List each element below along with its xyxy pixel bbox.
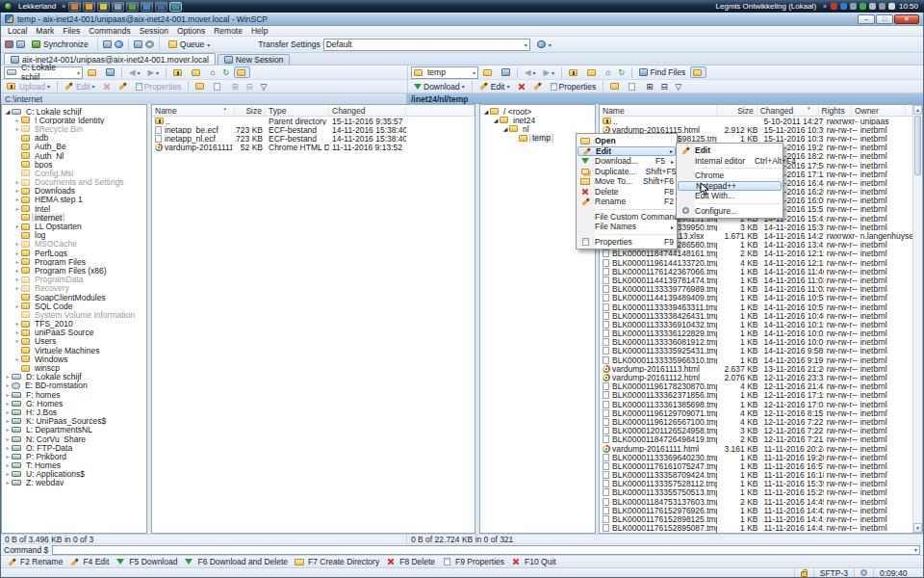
expand-icon[interactable]: ▸ (13, 197, 21, 202)
column-header-name[interactable]: Name (600, 105, 717, 116)
file-row[interactable]: BLK00001133339776989.tmp1 KB14-11-2016 1… (600, 285, 912, 294)
expand-icon[interactable]: ▸ (13, 303, 21, 309)
local-path[interactable]: C:\internet (1, 93, 407, 104)
file-row[interactable]: BLK00001133355750513.tmp1 KB11-11-2016 1… (600, 488, 912, 497)
tree-item-recovery[interactable]: ▸Recovery (2, 284, 146, 293)
tree-item-log[interactable]: log (2, 231, 146, 240)
collapse-icon[interactable]: ◢ (482, 109, 490, 115)
expand-icon[interactable]: ▸ (4, 401, 12, 407)
taskbar-app-icon[interactable] (97, 2, 110, 12)
file-row[interactable]: BLK00001133338426431.tmp1 KB14-11-2016 1… (600, 311, 912, 320)
menubar-commands[interactable]: Commands (85, 26, 134, 36)
menu-item-duplicate[interactable]: Duplicate...Shift+F5 (577, 167, 677, 177)
local-bookmarks-button[interactable] (103, 67, 117, 77)
explorer-icon[interactable] (16, 40, 25, 48)
synchronize-browsing-icon[interactable] (134, 40, 142, 48)
tree-item-g-homes[interactable]: ▸G: Homes (2, 399, 146, 407)
file-row[interactable]: BLK00001144139489409.tmp1 KB14-11-2016 1… (600, 294, 912, 302)
tree-item-soapclientmodules[interactable]: SoapClientModules (2, 293, 146, 302)
download-button[interactable]: Download ▾ (411, 81, 468, 92)
file-row[interactable]: BLK00001176142367066.tmp1 KB14-11-2016 1… (600, 267, 912, 276)
tree-item-downloads[interactable]: ▸Downloads (2, 187, 146, 196)
local-root-dir-button[interactable] (189, 68, 205, 77)
tree-item-tfs-2010[interactable]: ▸TFS_2010 (2, 320, 146, 328)
scroll-down-icon[interactable]: ▼ (913, 523, 922, 533)
tree-item-intel[interactable]: ▸Intel (2, 204, 146, 213)
remote-properties-button[interactable]: Properties (548, 81, 600, 92)
taskbar-chevron-icon[interactable]: » (62, 3, 65, 10)
local-properties-button[interactable]: Properties (133, 81, 185, 92)
terminal-icon[interactable] (103, 40, 112, 48)
file-row[interactable]: BLK00001176161075247.tmp1 KB11-11-2016 1… (600, 461, 912, 470)
expand-icon[interactable]: ▸ (13, 338, 21, 344)
taskbar-app-icon[interactable] (126, 2, 139, 12)
remote-filter-button[interactable]: ▽ (673, 81, 685, 92)
file-row[interactable]: vardump-20161112.html2.076 KB12-11-2016 … (600, 373, 912, 381)
close-button[interactable]: ✕ (894, 14, 919, 24)
tree-item-corporate-identity[interactable]: ▸! Corporate Identity (2, 116, 146, 124)
file-row[interactable]: BLK00001184726498419.tmp2 KB12-11-2016 7… (600, 435, 912, 444)
expand-icon[interactable]: ▸ (4, 409, 12, 415)
remote-open-dir-button[interactable] (480, 68, 497, 77)
taskbar-app-icon[interactable] (83, 2, 95, 12)
menu-item-download[interactable]: Download...F5▸ (577, 156, 677, 167)
expand-icon[interactable]: ▸ (4, 427, 12, 433)
menu-item-open[interactable]: Open (577, 136, 677, 146)
file-row[interactable]: ..Parent directory15-11-2016 9:35:57 (152, 117, 475, 125)
remote-unselect-button[interactable]: ⊟ (657, 81, 670, 92)
layout-icon[interactable] (5, 40, 13, 48)
taskbar-app-icon[interactable] (68, 2, 81, 12)
file-row[interactable]: inetapp_be.ecf1.723 KBECF-bestand14-11-2… (152, 125, 475, 134)
local-forward-button[interactable]: ▶ ▾ (145, 66, 163, 78)
expand-icon[interactable]: ▸ (13, 206, 21, 212)
collapse-icon[interactable]: ◢ (4, 109, 12, 115)
tree-item-internet[interactable]: internet (2, 213, 146, 222)
tree-item-users[interactable]: ▸Users (2, 337, 146, 346)
tree-item-unipaas-source[interactable]: ▸uniPaaS Source (2, 328, 146, 337)
remote-bookmarks-button[interactable] (499, 67, 513, 77)
local-open-dir-button[interactable] (85, 68, 101, 77)
remote-parent-dir-button[interactable] (566, 68, 582, 77)
tray-icon[interactable] (888, 3, 895, 10)
fkey-f8-delete[interactable]: F8 Delete (385, 557, 435, 566)
expand-icon[interactable]: ▸ (13, 250, 21, 256)
tree-item-sql-code[interactable]: ▸SQL Code (2, 302, 146, 310)
preferences-icon[interactable] (145, 40, 154, 48)
file-row[interactable]: BLK00001176152895087.tmp1 KB11-11-2016 1… (600, 524, 912, 533)
tree-item-f-homes[interactable]: ▸F: homes (2, 390, 146, 399)
expand-icon[interactable]: ▸ (13, 223, 21, 229)
menu-item-edit[interactable]: Edit (677, 145, 783, 156)
tray-icon[interactable] (850, 3, 857, 10)
remote-rename-button[interactable] (530, 84, 546, 89)
expand-icon[interactable]: ▸ (4, 418, 12, 424)
file-row[interactable]: BLK00001196144133720.tmp4 KB14-11-2016 1… (600, 258, 912, 267)
menubar-session[interactable]: Session (136, 26, 172, 36)
collapse-icon[interactable]: ◢ (501, 126, 509, 132)
expand-icon[interactable]: ▸ (4, 382, 12, 388)
expand-icon[interactable]: ▸ (13, 241, 21, 247)
fkey-f6-download-and-delete[interactable]: F6 Download and Delete (183, 557, 288, 566)
expand-icon[interactable]: ▸ (13, 259, 21, 265)
notifications-cell[interactable] (854, 568, 873, 577)
tray-window-label[interactable]: Legmis Ontwikkeling (Lokaal) (713, 2, 820, 11)
tree-item-system-volume-information[interactable]: System Volume Information (2, 310, 146, 319)
file-row[interactable]: BLK00001133362371856.tmp1 KB12-11-2016 1… (600, 391, 912, 400)
upload-button[interactable]: Upload ▾ (4, 81, 53, 92)
tree-item-bpos[interactable]: bpos (2, 160, 146, 169)
expand-icon[interactable]: ▸ (13, 126, 21, 132)
tree-item-p-prikbord[interactable]: ▸P: Prikbord (2, 452, 146, 460)
menu-item-configure[interactable]: Configure... (677, 206, 783, 217)
encryption-cell[interactable] (794, 568, 813, 577)
local-unselect-button[interactable]: ⊟ (244, 81, 256, 92)
taskbar-app-icon[interactable] (169, 2, 182, 12)
expand-icon[interactable]: ▸ (4, 392, 12, 398)
tree-item-msocache[interactable]: ▸MSOCache (2, 240, 146, 249)
expand-icon[interactable]: ▸ (13, 179, 21, 185)
file-row[interactable]: BLK00001133336910432.tmp1 KB14-11-2016 1… (600, 320, 912, 328)
local-new-file-button[interactable] (211, 82, 226, 92)
tree-item-h-j-bos[interactable]: ▸H: J.Bos (2, 407, 146, 416)
tree-item-programdata[interactable]: ▸ProgramData (2, 276, 146, 284)
file-row[interactable]: inetapp_nl.ecf1.723 KBECF-bestand14-11-2… (152, 134, 475, 143)
tree-item-program-files-x86[interactable]: ▸Program Files (x86) (2, 266, 146, 275)
file-row[interactable]: BLK00001133369640230.tmp1 KB11-11-2016 1… (600, 453, 912, 461)
